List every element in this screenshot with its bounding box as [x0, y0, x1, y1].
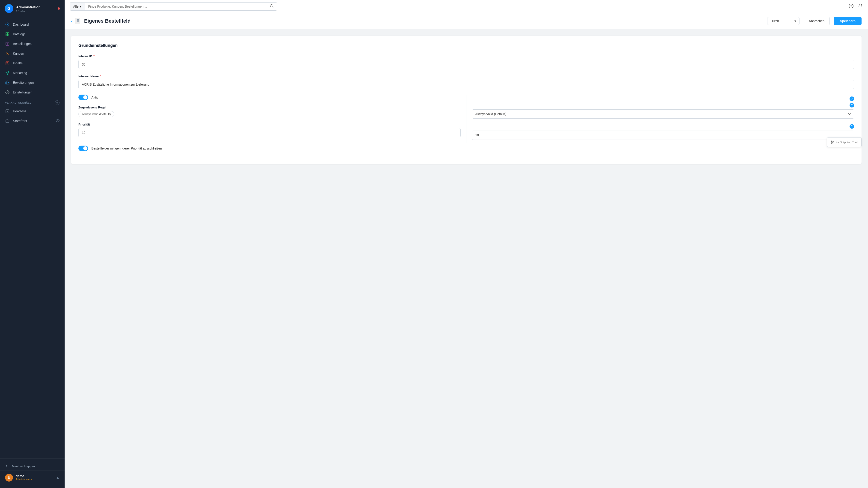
search-bar: Alle ▾: [70, 2, 277, 10]
user-section[interactable]: D demo Administrator ▲: [0, 470, 65, 485]
sidebar-item-label: Dashboard: [13, 23, 29, 26]
bestellfelder-label: Bestellfelder mit geringerer Priorität a…: [91, 147, 162, 150]
app-logo: G: [5, 4, 13, 13]
svg-point-24: [831, 143, 832, 144]
sidebar-item-kataloge[interactable]: Kataloge: [0, 29, 65, 39]
add-sales-channel-button[interactable]: +: [55, 100, 60, 105]
svg-rect-4: [8, 34, 9, 36]
sidebar-footer: Menü einklappen D demo Administrator ▲: [0, 458, 65, 488]
svg-point-14: [270, 4, 273, 7]
user-chevron-icon: ▲: [56, 476, 60, 480]
sidebar-item-storefront[interactable]: Storefront: [0, 116, 65, 126]
prioritaet-right-input[interactable]: [472, 131, 855, 140]
sidebar-item-marketing[interactable]: Marketing: [0, 68, 65, 78]
interner-name-group: Interner Name *: [79, 74, 854, 89]
svg-point-13: [57, 120, 58, 121]
aktiv-toggle[interactable]: [79, 95, 88, 100]
help-icon[interactable]: [848, 3, 854, 10]
rule-tag[interactable]: Always valid (Default): [79, 111, 114, 117]
page-nav: ‹: [71, 18, 80, 24]
search-type-label: Alle: [73, 5, 79, 8]
svg-point-6: [7, 52, 8, 54]
collapse-menu-button[interactable]: Menü einklappen: [0, 462, 65, 470]
aktiv-help-icon[interactable]: ?: [849, 96, 854, 101]
kataloge-icon: [5, 32, 10, 36]
sidebar-item-label: Erweiterungen: [13, 81, 34, 85]
sidebar-item-label: Inhalte: [13, 61, 23, 65]
sidebar-item-headless[interactable]: Headless: [0, 106, 65, 116]
sidebar-item-label: Storefront: [13, 119, 27, 123]
sidebar-item-label: Einstellungen: [13, 90, 32, 94]
sidebar-item-label: Kataloge: [13, 32, 26, 36]
svg-rect-8: [6, 82, 7, 84]
svg-rect-3: [6, 34, 7, 36]
sidebar: G Administration 6.4.17.2 Dashboard Kata…: [0, 0, 65, 488]
cancel-button[interactable]: Abbrechen: [804, 17, 830, 25]
bestellungen-icon: [5, 41, 10, 46]
two-col-left: Aktiv Zugewiesene Regel Always valid (De…: [79, 95, 466, 143]
search-button[interactable]: [267, 4, 277, 9]
interner-name-input[interactable]: [79, 80, 854, 89]
breadcrumb-list-button[interactable]: [75, 18, 80, 24]
dashboard-icon: [5, 22, 10, 27]
snipping-tool-label: ✂ Snipping Tool: [836, 141, 858, 144]
sidebar-item-kunden[interactable]: Kunden: [0, 49, 65, 58]
search-type-dropdown[interactable]: Alle ▾: [70, 3, 85, 10]
notifications-icon[interactable]: [858, 3, 863, 10]
language-value: Dutch: [771, 19, 779, 23]
status-dot: [58, 7, 60, 10]
prioritaet-group: Priorität: [79, 123, 461, 137]
content-area: Grundeinstellungen Interne ID * Interner…: [65, 29, 868, 488]
svg-point-23: [831, 141, 832, 142]
two-col-right: ? ? Always valid (Default): [466, 95, 855, 143]
collapse-icon: [5, 464, 9, 468]
sidebar-item-dashboard[interactable]: Dashboard: [0, 20, 65, 29]
help-row: ?: [472, 96, 855, 101]
sales-section: Verkaufskanäle +: [0, 97, 65, 106]
svg-line-26: [833, 143, 834, 144]
prioritaet-help-row: ?: [472, 124, 855, 140]
sidebar-item-bestellungen[interactable]: Bestellungen: [0, 39, 65, 49]
sidebar-item-label: Headless: [13, 110, 26, 113]
sidebar-item-erweiterungen[interactable]: Erweiterungen: [0, 78, 65, 87]
back-button[interactable]: ‹: [71, 19, 73, 24]
app-name: Administration: [16, 5, 40, 9]
regel-select[interactable]: Always valid (Default): [472, 110, 855, 119]
two-col-section: Aktiv Zugewiesene Regel Always valid (De…: [79, 95, 854, 143]
aktiv-label: Aktiv: [91, 95, 98, 99]
interne-id-input[interactable]: [79, 60, 854, 69]
sidebar-item-label: Kunden: [13, 52, 24, 55]
sidebar-header: G Administration 6.4.17.2: [0, 0, 65, 17]
svg-point-11: [7, 92, 8, 93]
interne-id-label: Interne ID *: [79, 55, 854, 58]
svg-rect-9: [7, 81, 8, 84]
sidebar-item-einstellungen[interactable]: Einstellungen: [0, 87, 65, 97]
language-dropdown[interactable]: Dutch ▾: [767, 17, 800, 25]
interner-name-label: Interner Name *: [79, 74, 854, 78]
svg-rect-10: [8, 82, 9, 84]
required-indicator: *: [93, 55, 95, 58]
marketing-icon: [5, 70, 10, 75]
save-button[interactable]: Speichern: [834, 17, 862, 25]
inhalte-icon: [5, 61, 10, 65]
zugewiesene-regel-label: Zugewiesene Regel: [79, 106, 461, 109]
aktiv-toggle-row: Aktiv: [79, 95, 461, 100]
regel-help-icon[interactable]: ?: [849, 103, 854, 108]
regel-help-row: ? Always valid (Default): [472, 103, 855, 119]
prioritaet-help-icon[interactable]: ?: [849, 124, 854, 129]
page-header: ‹ Eigenes Bestellfeld Dutch ▾ Abbrechen …: [65, 13, 868, 29]
page-title: Eigenes Bestellfeld: [84, 18, 763, 24]
search-input[interactable]: [85, 3, 267, 10]
storefront-visibility-icon[interactable]: [56, 119, 60, 123]
prioritaet-input[interactable]: [79, 128, 461, 137]
erweiterungen-icon: [5, 80, 10, 85]
form-container: Grundeinstellungen Interne ID * Interner…: [65, 29, 868, 171]
form-card: Grundeinstellungen Interne ID * Interner…: [71, 36, 862, 164]
bestellfelder-toggle-row: Bestellfelder mit geringerer Priorität a…: [79, 146, 854, 151]
svg-line-15: [272, 7, 273, 7]
rule-tag-wrapper: Always valid (Default): [79, 111, 461, 117]
bestellfelder-toggle[interactable]: [79, 146, 88, 151]
app-info: Administration 6.4.17.2: [16, 5, 40, 12]
app-version: 6.4.17.2: [16, 9, 40, 12]
sidebar-item-inhalte[interactable]: Inhalte: [0, 58, 65, 68]
